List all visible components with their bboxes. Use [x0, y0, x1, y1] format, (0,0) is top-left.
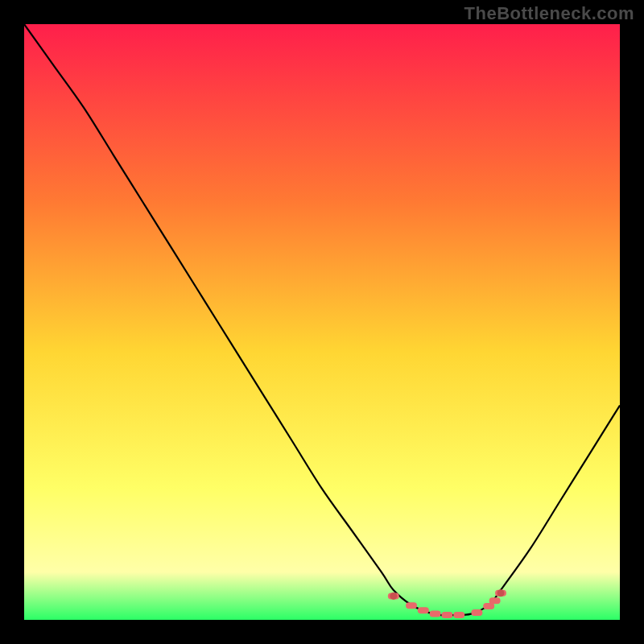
optimal-marker — [441, 612, 452, 618]
optimal-marker — [471, 609, 482, 616]
optimal-marker — [430, 611, 441, 617]
plot-area — [24, 24, 620, 620]
optimal-marker — [406, 602, 417, 609]
bottleneck-curve-svg — [24, 24, 620, 620]
optimal-marker — [489, 597, 501, 604]
optimal-marker-end — [390, 592, 397, 600]
optimal-marker — [453, 612, 464, 618]
watermark-text: TheBottleneck.com — [464, 3, 634, 24]
chart-frame: TheBottleneck.com — [0, 0, 644, 644]
optimal-marker-end — [497, 589, 505, 597]
gradient-background — [24, 24, 620, 620]
optimal-marker — [418, 607, 429, 613]
